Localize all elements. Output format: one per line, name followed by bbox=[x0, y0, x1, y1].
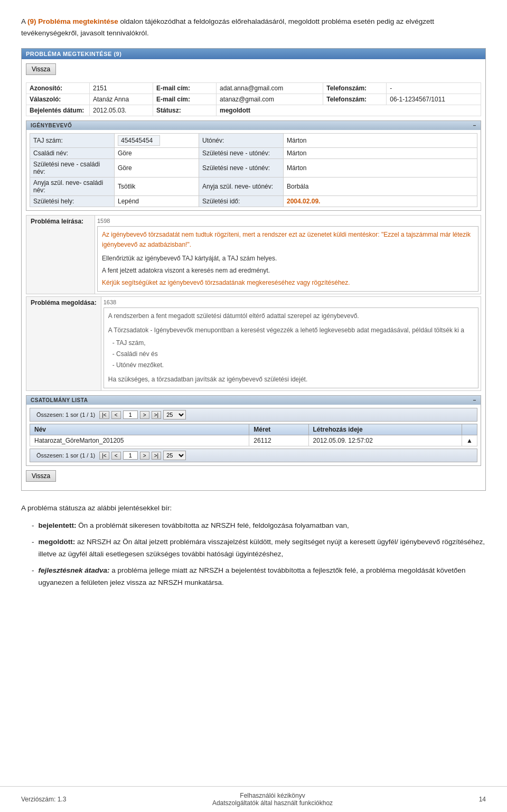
last-page-btn-bottom[interactable]: >| bbox=[152, 452, 161, 460]
body-text-section: A probléma státusza az alábbi jelentések… bbox=[21, 502, 486, 589]
item2-rest: az NRSZH az Ön által jelzett problémára … bbox=[39, 538, 485, 558]
last-page-btn-top[interactable]: >| bbox=[152, 411, 161, 419]
first-page-btn-bottom[interactable]: |< bbox=[99, 452, 109, 460]
problema-megoldas-row: Probléma megoldása: 1638 A rendszerben a… bbox=[26, 297, 481, 391]
taj-label: TAJ szám: bbox=[30, 134, 115, 148]
panel-title: Probléma megtekintése (9) bbox=[26, 51, 121, 57]
valaszolo-value: Atanáz Anna bbox=[90, 94, 153, 105]
anya-utonev-value: Borbála bbox=[284, 178, 477, 196]
intro-text-before: A bbox=[21, 17, 27, 25]
intro-paragraph: A (9) Probléma megtekintése oldalon tájé… bbox=[21, 16, 486, 39]
problema-megoldas-label: Probléma megoldása: bbox=[26, 297, 101, 391]
utonev-label: Utónév: bbox=[199, 134, 284, 148]
next-page-btn-bottom[interactable]: > bbox=[140, 452, 149, 460]
problema-megoldas-content: 1638 A rendszerben a fent megadott szüle… bbox=[101, 297, 481, 391]
igenybevevo-title-bar: Igénybevevő − bbox=[26, 121, 481, 130]
intro-link: (9) Probléma megtekintése bbox=[27, 17, 118, 25]
csaladi-row: Családi név: Göre Születési neve - utóné… bbox=[30, 148, 477, 159]
row-nev: Hatarozat_GöreMarton_201205 bbox=[30, 435, 249, 446]
item3-italic: fejlesztésnek átadva: bbox=[39, 566, 110, 574]
email1-value: adat.anna@gmail.com bbox=[217, 83, 323, 94]
csatolmany-panel: Csatolmány lista − Összesen: 1 sor (1 / … bbox=[26, 395, 481, 466]
telefonszam1-value: - bbox=[387, 83, 481, 94]
bejelentes-datum-value: 2012.05.03. bbox=[90, 105, 153, 116]
page-input-top[interactable] bbox=[123, 410, 138, 419]
szul-ido-field: 2004.02.09. bbox=[287, 198, 320, 205]
body-item3: - fejlesztésnek átadva: a probléma jelle… bbox=[21, 565, 486, 589]
bejelentes-datum-label: Bejelentés dátum: bbox=[26, 105, 90, 116]
szul-utonev2-label: Születési neve - utónév: bbox=[199, 159, 284, 178]
problema-leiras-number: 1598 bbox=[97, 218, 478, 224]
csaladi-label: Családi név: bbox=[30, 148, 115, 159]
csatolmany-collapse-btn[interactable]: − bbox=[473, 397, 476, 403]
leiras-line4: Kérjük segítségüket az igénybevevő törzs… bbox=[102, 278, 474, 288]
taj-field: 454545454 bbox=[118, 135, 160, 146]
email2-label: E-mail cím: bbox=[153, 94, 217, 105]
item1-rest: Ön a problémát sikeresen továbbította az… bbox=[77, 521, 349, 529]
megoldas-line4: - Családi név és bbox=[108, 349, 474, 359]
igenybevevo-body: TAJ szám: 454545454 Utónév: Márton Csalá… bbox=[26, 130, 481, 210]
csatolmany-data-row: Hatarozat_GöreMarton_201205 26112 2012.0… bbox=[30, 435, 477, 446]
megoldas-line2: A Törzsadatok - Igénybevevők menupontban… bbox=[108, 325, 474, 335]
dash1: - bbox=[32, 520, 34, 532]
col-letrehozas: Létrehozás ideje bbox=[308, 424, 462, 435]
col-meret: Méret bbox=[249, 424, 308, 435]
item2-text: megoldott: az NRSZH az Ön által jelzett … bbox=[39, 536, 486, 561]
szul-ido-label: Születési idő: bbox=[199, 196, 284, 207]
email1-label: E-mail cím: bbox=[153, 83, 217, 94]
csatolmany-title: Csatolmány lista bbox=[31, 397, 88, 403]
back-button-top[interactable]: Vissza bbox=[26, 63, 56, 75]
problema-leiras-textarea: Az igénybevevő törzsadatát nem tudtuk rö… bbox=[97, 226, 478, 292]
telefonszam1-label: Telefonszám: bbox=[323, 83, 387, 94]
szul-csaladi-value: Göre bbox=[115, 159, 199, 178]
summary-top: Összesen: 1 sor (1 / 1) bbox=[36, 412, 95, 418]
megoldas-line1: A rendszerben a fent megadott születési … bbox=[108, 311, 474, 321]
statusz-value: megoldott bbox=[217, 105, 481, 116]
main-panel: Probléma megtekintése (9) Vissza Azonosí… bbox=[21, 48, 486, 491]
per-page-select-bottom[interactable]: 25 50 100 bbox=[163, 451, 186, 460]
body-item1: - bejelentett: Ön a problémát sikeresen … bbox=[21, 520, 486, 532]
prev-page-btn-bottom[interactable]: < bbox=[111, 452, 121, 460]
problema-leiras-label: Probléma leírása: bbox=[26, 216, 95, 294]
szul-hely-row: Születési hely: Lepénd Születési idő: 20… bbox=[30, 196, 477, 207]
azonosito-label: Azonosító: bbox=[26, 83, 90, 94]
igenybevevo-panel: Igénybevevő − TAJ szám: 454545454 Utónév… bbox=[26, 120, 481, 211]
taj-value: 454545454 bbox=[115, 134, 199, 148]
first-page-btn-top[interactable]: |< bbox=[99, 411, 109, 419]
szul-csaladi-row: Születési neve - családi név: Göre Szüle… bbox=[30, 159, 477, 178]
igenybevevo-collapse-btn[interactable]: − bbox=[473, 123, 476, 128]
telefonszam2-label: Telefonszám: bbox=[323, 94, 387, 105]
valaszolo-label: Válaszoló: bbox=[26, 94, 90, 105]
szul-hely-value: Lepénd bbox=[115, 196, 199, 207]
panel-body: Vissza Azonosító: 2151 E-mail cím: adat.… bbox=[22, 59, 485, 490]
item3-text: fejlesztésnek átadva: a probléma jellege… bbox=[39, 565, 486, 589]
col-nev: Név bbox=[30, 424, 249, 435]
next-page-btn-top[interactable]: > bbox=[140, 411, 149, 419]
szul-csaladi-label: Születési neve - családi név: bbox=[30, 159, 115, 178]
bejelentes-row: Bejelentés dátum: 2012.05.03. Státusz: m… bbox=[26, 105, 481, 116]
valaszolo-row: Válaszoló: Atanáz Anna E-mail cím: atana… bbox=[26, 94, 481, 105]
leiras-line2: Ellenőriztük az igénybevevő TAJ kártyájá… bbox=[102, 254, 474, 264]
prev-page-btn-top[interactable]: < bbox=[111, 411, 121, 419]
problema-megoldas-number: 1638 bbox=[104, 299, 478, 305]
leiras-line3: A fent jelzett adatokra viszont a keresé… bbox=[102, 266, 474, 276]
csatolmany-body: Összesen: 1 sor (1 / 1) |< < > >| 25 50 … bbox=[26, 405, 481, 465]
item1-text: bejelentett: Ön a problémát sikeresen to… bbox=[39, 520, 349, 532]
azonosito-row: Azonosító: 2151 E-mail cím: adat.anna@gm… bbox=[26, 83, 481, 94]
row-letrehozas: 2012.05.09. 12:57:02 bbox=[308, 435, 462, 446]
anya-row: Anyja szül. neve- családi név: Tsötlik A… bbox=[30, 178, 477, 196]
footer-right: 14 bbox=[479, 796, 486, 803]
problema-leiras-content: 1598 Az igénybevevő törzsadatát nem tudt… bbox=[95, 216, 481, 294]
panel-title-bar: Probléma megtekintése (9) bbox=[22, 49, 485, 59]
footer-center-block: Felhasználói kézikönyv Adatszolgáltatók … bbox=[212, 792, 333, 807]
item1-bold: bejelentett: bbox=[39, 521, 77, 529]
anya-csaladi-label: Anyja szül. neve- családi név: bbox=[30, 178, 115, 196]
col-action bbox=[462, 424, 477, 435]
per-page-select-top[interactable]: 25 50 100 bbox=[163, 410, 186, 419]
statusz-label: Státusz: bbox=[153, 105, 217, 116]
back-button-bottom[interactable]: Vissza bbox=[26, 470, 56, 482]
info-table: Azonosító: 2151 E-mail cím: adat.anna@gm… bbox=[26, 82, 481, 116]
igenybevevo-table: TAJ szám: 454545454 Utónév: Márton Csalá… bbox=[30, 133, 477, 207]
pagination-top: Összesen: 1 sor (1 / 1) |< < > >| 25 50 … bbox=[30, 408, 477, 422]
page-input-bottom[interactable] bbox=[123, 451, 138, 460]
